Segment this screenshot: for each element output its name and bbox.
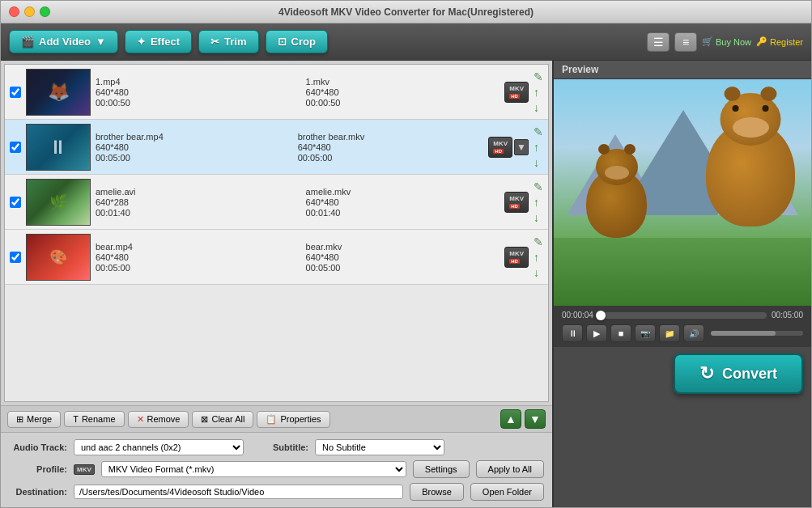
row-3-source-dur: 00:01:40 <box>96 208 290 218</box>
camera-icon: 📷 <box>640 329 650 338</box>
time-total: 00:05:00 <box>772 311 803 320</box>
row-2-up-icon[interactable]: ↑ <box>534 141 543 154</box>
row-3-output-res: 640*480 <box>306 197 500 207</box>
pause-button[interactable]: ⏸ <box>562 324 583 342</box>
merge-button[interactable]: ⊞ Merge <box>7 411 61 428</box>
destination-input[interactable]: /Users/tes/Documents/4Videosoft Studio/V… <box>74 485 403 499</box>
row-3-thumbnail: 🌿 <box>26 179 91 226</box>
volume-button[interactable]: 🔊 <box>683 324 704 342</box>
table-row: 🌿 amelie.avi amelie.mkv 640*288 640*480 … <box>5 175 548 230</box>
volume-icon: 🔊 <box>689 329 699 338</box>
rename-button[interactable]: T Rename <box>64 411 124 427</box>
add-video-button[interactable]: 🎬 Add Video ▼ <box>9 30 118 53</box>
row-2-down-icon[interactable]: ↓ <box>534 156 543 169</box>
row-4-edit-icon[interactable]: ✎ <box>534 235 543 248</box>
remove-icon: ✕ <box>137 414 144 425</box>
bear-large <box>706 121 795 226</box>
progress-bar[interactable] <box>598 312 767 319</box>
time-current: 00:00:04 <box>562 311 593 320</box>
row-2-source-res: 640*480 <box>96 142 282 152</box>
row-4-source-name: bear.mp4 <box>96 242 290 252</box>
ground <box>554 238 811 306</box>
convert-button[interactable]: ↻ Convert <box>674 353 803 394</box>
register-button[interactable]: 🔑 Register <box>756 36 803 47</box>
move-down-button[interactable]: ▼ <box>525 409 546 429</box>
row-2-thumbnail: ⏸ <box>26 124 91 171</box>
open-folder-button[interactable]: Open Folder <box>470 483 544 501</box>
row-1-format-button[interactable]: MKVHD <box>504 82 529 103</box>
close-button[interactable] <box>9 6 19 17</box>
clear-all-button[interactable]: ⊠ Clear All <box>192 411 253 428</box>
row-4-source-dur: 00:05:00 <box>96 263 290 273</box>
properties-button[interactable]: 📋 Properties <box>257 411 329 428</box>
profile-select[interactable]: MKV Video Format (*.mkv) <box>101 461 406 477</box>
row-3-up-icon[interactable]: ↑ <box>534 196 543 209</box>
move-up-button[interactable]: ▲ <box>500 409 521 429</box>
settings-button[interactable]: Settings <box>413 460 470 478</box>
row-3-edit-icon[interactable]: ✎ <box>534 180 543 193</box>
trim-button[interactable]: ✂ Trim <box>198 30 258 53</box>
row-3-format-button[interactable]: MKVHD <box>504 192 529 213</box>
browse-button[interactable]: Browse <box>410 483 464 501</box>
row-2-format-dropdown[interactable]: ▼ <box>514 139 529 155</box>
grid-view-button[interactable]: ≡ <box>674 32 697 52</box>
row-1-down-icon[interactable]: ↓ <box>534 101 543 114</box>
row-1-edit-icon[interactable]: ✎ <box>534 70 543 83</box>
audio-track-select[interactable]: und aac 2 channels (0x2) <box>74 439 244 455</box>
open-button[interactable]: 📁 <box>659 324 680 342</box>
row-2-edit-icon[interactable]: ✎ <box>534 125 543 138</box>
remove-button[interactable]: ✕ Remove <box>128 411 189 428</box>
mkv-icon: MKVHD <box>509 85 524 99</box>
mkv-icon-4: MKVHD <box>509 250 524 265</box>
row-3-checkbox[interactable] <box>10 197 21 208</box>
stop-button[interactable]: ■ <box>610 324 631 342</box>
crop-button[interactable]: ⊡ Crop <box>266 30 328 53</box>
row-2-format-button[interactable]: MKVHD <box>488 137 512 158</box>
row-1-source-name: 1.mp4 <box>96 77 290 87</box>
effect-button[interactable]: ✦ Effect <box>125 30 192 53</box>
buy-now-button[interactable]: 🛒 Buy Now <box>702 36 751 47</box>
mkv-icon-3: MKVHD <box>509 195 524 210</box>
bear-ear-right <box>761 87 777 101</box>
crop-icon: ⊡ <box>278 36 287 48</box>
row-2-checkbox[interactable] <box>10 142 21 153</box>
row-1-checkbox[interactable] <box>10 87 21 98</box>
destination-label: Destination: <box>9 487 67 497</box>
window-title: 4Videosoft MKV Video Converter for Mac(U… <box>278 6 534 18</box>
apply-to-all-button[interactable]: Apply to All <box>476 460 544 478</box>
subtitle-select[interactable]: No Subtitle <box>315 439 444 455</box>
list-view-button[interactable]: ☰ <box>647 32 670 52</box>
row-1-up-icon[interactable]: ↑ <box>534 86 543 99</box>
screenshot-button[interactable]: 📷 <box>635 324 656 342</box>
row-4-format-button[interactable]: MKVHD <box>504 247 529 268</box>
subtitle-label: Subtitle: <box>250 442 308 452</box>
table-row: 🦊 1.mp4 1.mkv 640*480 640*480 00:00:50 0… <box>5 65 548 120</box>
row-1-output-dur: 00:00:50 <box>306 98 500 108</box>
bear-small <box>586 169 647 238</box>
row-4-thumbnail: 🎨 <box>26 234 91 281</box>
bear-ear-small-right <box>624 144 636 155</box>
profile-row: Profile: MKV MKV Video Format (*.mkv) Se… <box>9 460 544 478</box>
maximize-button[interactable] <box>40 6 50 17</box>
convert-section: ↻ Convert <box>554 347 811 400</box>
row-4-checkbox[interactable] <box>10 252 21 263</box>
row-3-source-res: 640*288 <box>96 197 290 207</box>
main-toolbar: 🎬 Add Video ▼ ✦ Effect ✂ Trim ⊡ Crop ☰ ≡… <box>1 23 811 61</box>
file-list: 🦊 1.mp4 1.mkv 640*480 640*480 00:00:50 0… <box>4 64 549 402</box>
film-add-icon: 🎬 <box>21 36 34 48</box>
row-1-actions: ✎ ↑ ↓ <box>534 70 543 114</box>
play-button[interactable]: ▶ <box>586 324 607 342</box>
row-4-down-icon[interactable]: ↓ <box>534 266 543 279</box>
table-row: 🎨 bear.mp4 bear.mkv 640*480 640*480 00:0… <box>5 230 548 285</box>
volume-bar[interactable] <box>711 331 803 336</box>
settings-panel: Audio Track: und aac 2 channels (0x2) Su… <box>1 432 552 507</box>
left-panel: 🦊 1.mp4 1.mkv 640*480 640*480 00:00:50 0… <box>1 61 552 507</box>
minimize-button[interactable] <box>24 6 35 17</box>
control-buttons: ⏸ ▶ ■ 📷 📁 🔊 <box>562 324 803 342</box>
profile-mkv-icon: MKV <box>74 464 95 475</box>
bear-eye-right <box>763 105 769 112</box>
row-3-info: amelie.avi amelie.mkv 640*288 640*480 00… <box>96 187 500 218</box>
row-3-down-icon[interactable]: ↓ <box>534 211 543 224</box>
audio-track-label: Audio Track: <box>9 442 67 452</box>
row-4-up-icon[interactable]: ↑ <box>534 251 543 264</box>
